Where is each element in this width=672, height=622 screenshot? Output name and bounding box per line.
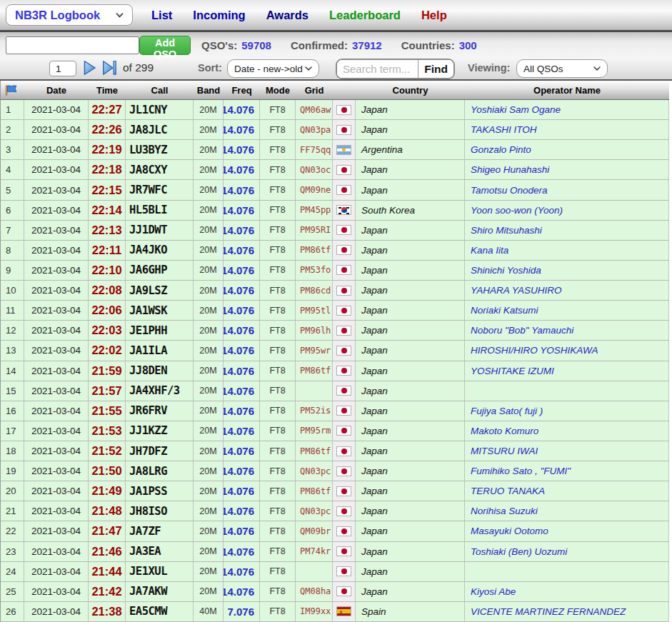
cell-band: 20M bbox=[194, 401, 224, 421]
nav-link-awards[interactable]: Awards bbox=[266, 9, 309, 22]
country-flag-japan bbox=[336, 165, 351, 175]
cell-freq: 14.076 bbox=[224, 421, 260, 441]
country-flag-japan bbox=[336, 286, 351, 296]
add-qso-button[interactable]: Add QSO bbox=[139, 36, 191, 55]
qso-row: 132021-03-0422:02JA1ILA20M14.076FT8PM95w… bbox=[1, 341, 669, 361]
sort-select[interactable]: Date - new->old bbox=[227, 59, 319, 78]
col-header-time: Time bbox=[89, 81, 126, 99]
cell-grid: PM86tf bbox=[296, 441, 333, 461]
cell-num: 10 bbox=[1, 281, 24, 300]
country-flag-argentina bbox=[336, 145, 351, 155]
stat-item: QSO's:59708 bbox=[201, 39, 271, 52]
cell-time: 21:46 bbox=[89, 542, 126, 561]
cell-band: 20M bbox=[194, 321, 224, 340]
qso-row: 62021-03-0422:14HL5BLI20M14.076FT8PM45pp… bbox=[1, 201, 669, 221]
cell-num: 9 bbox=[1, 261, 24, 280]
cell-band: 20M bbox=[194, 481, 224, 501]
qso-row: 92021-03-0422:10JA6GHP20M14.076FT8PM53fo… bbox=[1, 261, 669, 281]
cell-grid bbox=[296, 381, 333, 401]
cell-freq: 14.076 bbox=[224, 321, 260, 340]
country-flag-japan bbox=[336, 446, 351, 456]
cell-date: 2021-03-04 bbox=[24, 421, 89, 441]
cell-country: Japan bbox=[356, 401, 465, 421]
cell-band: 20M bbox=[194, 381, 224, 401]
cell-grid bbox=[296, 562, 333, 581]
logbook-select[interactable]: NB3R Logbook bbox=[6, 4, 133, 26]
country-flag-japan bbox=[336, 306, 351, 316]
cell-grid: QM06aw bbox=[296, 100, 333, 119]
cell-freq: 14.076 bbox=[224, 160, 260, 179]
cell-date: 2021-03-04 bbox=[24, 221, 89, 240]
cell-band: 20M bbox=[194, 281, 224, 300]
cell-date: 2021-03-04 bbox=[24, 562, 89, 581]
cell-mode: FT8 bbox=[260, 140, 296, 159]
cell-mode: FT8 bbox=[260, 120, 296, 139]
cell-grid: QM08ha bbox=[296, 582, 333, 601]
cell-num: 2 bbox=[1, 120, 24, 139]
nav-link-list[interactable]: List bbox=[151, 9, 172, 22]
flag-cell bbox=[333, 461, 356, 481]
search-input[interactable] bbox=[337, 60, 418, 78]
cell-time: 21:52 bbox=[89, 441, 126, 461]
cell-mode: FT8 bbox=[260, 441, 296, 461]
col-header-operator-name: Operator Name bbox=[465, 81, 669, 99]
flag-cell bbox=[333, 481, 356, 501]
cell-mode: FT8 bbox=[260, 180, 296, 199]
cell-operator: Noboru "Bob" Yamauchi bbox=[465, 321, 669, 340]
cell-country: Spain bbox=[356, 602, 465, 621]
cell-freq: 14.076 bbox=[224, 381, 260, 401]
cell-band: 20M bbox=[194, 100, 224, 119]
cell-freq: 14.076 bbox=[224, 542, 260, 561]
find-button[interactable]: Find bbox=[418, 60, 453, 78]
nav-link-help[interactable]: Help bbox=[421, 9, 447, 22]
cell-band: 20M bbox=[194, 461, 224, 481]
cell-mode: FT8 bbox=[260, 602, 296, 621]
cell-call: JJ1KZZ bbox=[126, 421, 194, 441]
qso-row: 142021-03-0421:59JJ8DEN20M14.076FT8PM86t… bbox=[1, 361, 669, 381]
cell-mode: FT8 bbox=[260, 401, 296, 421]
cell-operator: YOSHITAKE IZUMI bbox=[465, 361, 669, 381]
cell-grid: QN03oc bbox=[296, 160, 333, 179]
last-page-button[interactable] bbox=[100, 59, 119, 78]
cell-country: Japan bbox=[356, 562, 465, 581]
country-flag-japan bbox=[336, 245, 351, 255]
cell-num: 26 bbox=[1, 602, 24, 621]
cell-freq: 14.076 bbox=[224, 301, 260, 320]
cell-band: 20M bbox=[194, 120, 224, 139]
cell-date: 2021-03-04 bbox=[24, 501, 89, 521]
cell-call: JA9LSZ bbox=[126, 281, 194, 300]
nav-link-leaderboard[interactable]: Leaderboard bbox=[329, 9, 401, 22]
country-flag-south-korea bbox=[336, 205, 351, 215]
cell-freq: 14.076 bbox=[224, 361, 260, 381]
viewing-select[interactable]: All QSOs bbox=[516, 59, 608, 78]
qso-row: 162021-03-0421:55JR6FRV20M14.076FT8PM52i… bbox=[1, 401, 669, 421]
flag-cell bbox=[333, 241, 356, 260]
country-flag-japan bbox=[336, 486, 351, 496]
flag-cell bbox=[333, 281, 356, 300]
flag-cell bbox=[333, 341, 356, 360]
cell-time: 21:59 bbox=[89, 361, 126, 381]
flag-cell bbox=[333, 321, 356, 340]
cell-num: 15 bbox=[1, 381, 24, 401]
cell-freq: 14.076 bbox=[224, 201, 260, 220]
country-flag-japan bbox=[336, 346, 351, 356]
cell-mode: FT8 bbox=[260, 562, 296, 581]
cell-operator: Tamotsu Onodera bbox=[465, 180, 669, 199]
callsign-input[interactable] bbox=[6, 36, 139, 54]
nav-link-incoming[interactable]: Incoming bbox=[193, 9, 245, 22]
col-header-country-flag bbox=[333, 81, 356, 99]
cell-band: 40M bbox=[194, 602, 224, 621]
cell-date: 2021-03-04 bbox=[24, 401, 89, 421]
cell-date: 2021-03-04 bbox=[24, 361, 89, 381]
cell-mode: FT8 bbox=[260, 160, 296, 179]
col-header-mode: Mode bbox=[260, 81, 296, 99]
nav-links: ListIncomingAwardsLeaderboardHelp bbox=[151, 9, 447, 22]
cell-band: 20M bbox=[194, 201, 224, 220]
country-flag-japan bbox=[336, 466, 351, 476]
page-number-input[interactable] bbox=[49, 61, 76, 76]
next-page-button[interactable] bbox=[80, 59, 99, 78]
cell-operator: TERUO TANAKA bbox=[465, 481, 669, 501]
cell-operator: Fumihiko Sato , "FUMI" bbox=[465, 461, 669, 481]
flag-cell bbox=[333, 361, 356, 381]
cell-call: JL1CNY bbox=[126, 100, 194, 119]
